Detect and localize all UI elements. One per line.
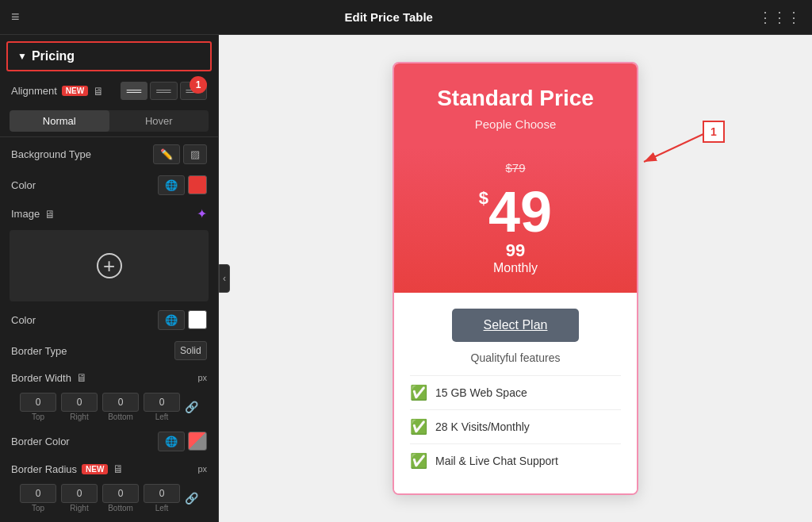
border-color-label: Border Color	[11, 436, 70, 447]
feature-text-1: 15 GB Web Space	[435, 386, 527, 399]
price-main-group: $ 49	[410, 183, 621, 240]
border-type-select[interactable]: Solid	[174, 341, 207, 360]
color2-label: Color	[11, 314, 36, 326]
card-subtitle: People Choose	[410, 117, 621, 131]
tab-hover[interactable]: Hover	[109, 110, 209, 132]
image-upload-area[interactable]: +	[10, 230, 209, 301]
radius-bottom-input[interactable]	[102, 484, 139, 503]
color2-swatch[interactable]	[188, 310, 207, 329]
border-px-label: px	[197, 373, 207, 382]
border-link-icon[interactable]: 🔗	[185, 401, 198, 413]
price-dollar: $	[479, 188, 488, 209]
border-color-row: Border Color 🌐	[0, 426, 218, 457]
color-swatch[interactable]	[188, 175, 207, 194]
svg-line-1	[644, 134, 703, 162]
select-plan-button[interactable]: Select Plan	[452, 309, 580, 342]
radius-left-input[interactable]	[144, 484, 180, 503]
border-left-input[interactable]	[144, 393, 180, 412]
border-top-label: Top	[32, 413, 44, 421]
radius-bottom-label: Bottom	[108, 504, 133, 512]
pricing-section-header[interactable]: ▼ Pricing	[6, 41, 212, 71]
align-center-button[interactable]: ══	[150, 82, 177, 100]
color-row: Color 🌐	[0, 170, 218, 201]
border-width-row: Border Width 🖥 px	[0, 366, 218, 390]
normal-hover-tabs: Normal Hover	[10, 110, 209, 132]
radius-link-icon[interactable]: 🔗	[185, 492, 198, 505]
border-bottom-label: Bottom	[108, 413, 133, 421]
section-arrow-icon: ▼	[17, 51, 27, 62]
color2-controls: 🌐	[158, 310, 207, 330]
border-type-row: Border Type Solid	[0, 336, 218, 366]
border-width-label: Border Width	[11, 372, 71, 384]
border-color-globe-button[interactable]: 🌐	[158, 432, 185, 451]
card-pricing: $79 $ 49 99 Monthly	[394, 147, 637, 293]
feature-text-3: Mail & Live Chat Support	[435, 455, 558, 467]
feature-item-1: ✅ 15 GB Web Space	[410, 375, 621, 409]
alignment-row: Alignment NEW 🖥 ══ ══ ══	[0, 76, 218, 106]
border-monitor-icon: 🖥	[76, 371, 87, 384]
color-controls: 🌐	[158, 175, 207, 195]
border-radius-label: Border Radius	[11, 463, 77, 475]
check-icon-3: ✅	[410, 452, 427, 470]
border-right-label: Right	[70, 413, 88, 421]
price-number: 49	[488, 183, 552, 240]
card-body: Select Plan Qualityful features ✅ 15 GB …	[394, 293, 637, 493]
border-type-label: Border Type	[11, 345, 67, 357]
border-radius-new-badge: NEW	[82, 464, 108, 474]
border-radius-px-label: px	[197, 464, 207, 474]
color-globe-button[interactable]: 🌐	[158, 175, 185, 195]
image-monitor-icon: 🖥	[44, 208, 56, 221]
notification-badge: 1	[190, 76, 207, 94]
bg-paint-button[interactable]: ✏️	[153, 144, 180, 164]
grid-icon[interactable]: ⋮⋮⋮	[758, 9, 801, 26]
border-color-swatch[interactable]	[188, 432, 207, 451]
border-color-controls: 🌐	[158, 432, 207, 451]
feature-item-3: ✅ Mail & Live Chat Support	[410, 443, 621, 478]
border-radius-row: Border Radius NEW 🖥 px	[0, 457, 218, 481]
section-label: Pricing	[32, 49, 75, 63]
check-icon-1: ✅	[410, 384, 427, 401]
border-radius-inputs: Top Right Bottom Left 🔗	[0, 481, 218, 517]
hamburger-icon[interactable]: ≡	[11, 9, 20, 25]
border-top-input[interactable]	[20, 393, 56, 412]
content-area: Standard Price People Choose $79 $ 49 99…	[219, 35, 812, 522]
radius-right-input[interactable]	[61, 484, 98, 503]
monitor-icon: 🖥	[93, 85, 104, 98]
radius-left-label: Left	[155, 504, 169, 512]
bg-type-row: Background Type ✏️ ▨	[0, 139, 218, 170]
main-layout: ▼ Pricing 1 Alignment NEW 🖥 ══ ══ ══ Nor…	[0, 35, 812, 522]
bg-type-label: Background Type	[11, 148, 91, 160]
tab-normal[interactable]: Normal	[10, 110, 109, 132]
border-left-label: Left	[155, 413, 169, 421]
check-icon-2: ✅	[410, 418, 427, 436]
features-title: Qualityful features	[410, 351, 621, 364]
image-row: Image 🖥 ✦	[0, 201, 218, 227]
color2-row: Color 🌐	[0, 305, 218, 336]
page-title: Edit Price Table	[345, 10, 433, 24]
align-left-button[interactable]: ══	[121, 82, 147, 100]
image-label: Image	[11, 208, 40, 220]
alignment-label: Alignment	[11, 85, 57, 97]
top-bar: ≡ Edit Price Table ⋮⋮⋮	[0, 0, 812, 35]
color-label: Color	[11, 179, 36, 191]
card-title: Standard Price	[410, 86, 621, 111]
collapse-handle[interactable]: ‹	[219, 264, 230, 293]
feature-item-2: ✅ 28 K Visits/Monthly	[410, 409, 621, 443]
pricing-card: Standard Price People Choose $79 $ 49 99…	[393, 62, 638, 495]
price-period: Monthly	[410, 261, 621, 275]
price-cents: 99	[410, 240, 621, 261]
price-old: $79	[505, 161, 525, 175]
annotation-arrow	[628, 126, 707, 174]
color2-globe-button[interactable]: 🌐	[158, 310, 185, 330]
bg-type-buttons: ✏️ ▨	[153, 144, 207, 164]
border-width-inputs: Top Right Bottom Left 🔗	[0, 390, 218, 426]
sidebar: ▼ Pricing 1 Alignment NEW 🖥 ══ ══ ══ Nor…	[0, 35, 219, 522]
card-header: Standard Price People Choose	[394, 63, 637, 147]
border-right-input[interactable]	[61, 393, 98, 412]
bg-gradient-button[interactable]: ▨	[183, 144, 207, 164]
border-bottom-input[interactable]	[102, 393, 139, 412]
radius-top-label: Top	[32, 504, 44, 512]
feature-text-2: 28 K Visits/Monthly	[435, 420, 530, 433]
new-badge: NEW	[62, 86, 88, 96]
radius-top-input[interactable]	[20, 484, 56, 503]
